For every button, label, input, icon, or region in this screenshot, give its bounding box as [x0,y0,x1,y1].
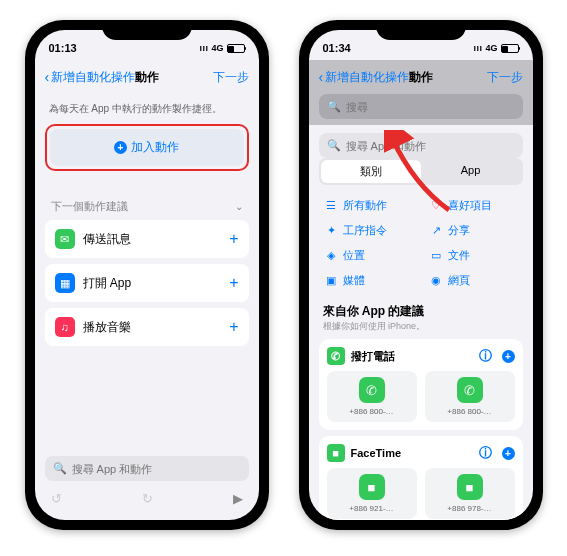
search-input[interactable] [72,463,241,475]
toolbar: ↺ ↻ ▶ [45,487,249,510]
category-item[interactable]: ☰所有動作 [325,195,412,216]
document-icon: ▭ [430,249,443,262]
play-icon[interactable]: ▶ [233,491,243,506]
suggestion-label: 播放音樂 [83,319,222,336]
battery-icon [227,44,245,53]
screen-right: 01:34 ııı 4G ‹ 新增自動化操作 動作 下一步 🔍 🔍 [309,30,533,520]
category-item[interactable]: ↗分享 [430,220,517,241]
category-grid: ☰所有動作 ♡喜好項目 ✦工序指令 ↗分享 ◈位置 ▭文件 ▣媒體 ◉網頁 [319,193,523,299]
contact-item[interactable]: ■ +886 978-… [425,468,515,519]
card-title: 撥打電話 [351,349,395,364]
search-icon: 🔍 [327,139,341,152]
phone-icon: ✆ [327,347,345,365]
card-header: ✆ 撥打電話 ⓘ + [327,347,515,365]
script-icon: ✦ [325,224,338,237]
contact-label: +886 921-… [349,504,393,513]
redo-icon[interactable]: ↻ [142,491,153,506]
recommendation-card: ■ FaceTime ⓘ + ■ +886 921-… ■ +886 978-… [319,436,523,520]
next-button[interactable]: 下一步 [213,69,249,86]
info-icon[interactable]: ⓘ [479,347,492,365]
category-item[interactable]: ▣媒體 [325,270,412,291]
phone-icon: ✆ [359,377,385,403]
heart-icon: ♡ [430,199,443,212]
card-title: FaceTime [351,447,402,459]
contact-row: ✆ +886 800-… ✆ +886 800-… [327,365,515,422]
network-label: 4G [211,43,223,53]
contact-label: +886 800-… [349,407,393,416]
media-icon: ▣ [325,274,338,287]
nav-bar: ‹ 新增自動化操作 動作 下一步 [309,60,533,94]
content-area: 為每天在 App 中執行的動作製作捷徑。 + 加入動作 下一個動作建議 ⌄ ✉ … [35,94,259,520]
info-icon[interactable]: ⓘ [479,444,492,462]
recommendations-subtitle: 根據你如何使用 iPhone。 [319,320,523,339]
suggestions-header[interactable]: 下一個動作建議 ⌄ [45,181,249,220]
back-button[interactable]: ‹ 新增自動化操作 [319,69,410,86]
facetime-icon: ■ [327,444,345,462]
suggestion-label: 打開 App [83,275,222,292]
bottom-section: 🔍 ↺ ↻ ▶ [45,450,249,510]
search-icon: 🔍 [53,462,67,475]
status-time: 01:34 [323,42,351,54]
suggestion-item[interactable]: ▦ 打開 App + [45,264,249,302]
phone-right: 01:34 ııı 4G ‹ 新增自動化操作 動作 下一步 🔍 🔍 [299,20,543,530]
facetime-icon: ■ [457,474,483,500]
suggestion-label: 傳送訊息 [83,231,222,248]
category-item[interactable]: ◈位置 [325,245,412,266]
search-bar[interactable]: 🔍 [45,456,249,481]
category-item[interactable]: ▭文件 [430,245,517,266]
add-action-label: 加入動作 [131,139,179,156]
status-time: 01:13 [49,42,77,54]
add-action-highlight: + 加入動作 [45,124,249,171]
add-icon[interactable]: + [229,318,238,336]
contact-item[interactable]: ✆ +886 800-… [425,371,515,422]
nav-search-bar[interactable]: 🔍 [319,94,523,119]
nav-search-input[interactable] [346,101,515,113]
segment-control[interactable]: 類別 App [319,158,523,185]
add-icon[interactable]: + [229,230,238,248]
chevron-left-icon: ‹ [319,69,324,85]
network-label: 4G [485,43,497,53]
contact-label: +886 978-… [447,504,491,513]
search-bar[interactable]: 🔍 [319,133,523,158]
back-label: 新增自動化操作 [325,69,409,86]
facetime-icon: ■ [359,474,385,500]
list-icon: ☰ [325,199,338,212]
segment-app[interactable]: App [421,160,521,183]
suggestion-item[interactable]: ♫ 播放音樂 + [45,308,249,346]
contact-label: +886 800-… [447,407,491,416]
back-label: 新增自動化操作 [51,69,135,86]
suggestion-item[interactable]: ✉ 傳送訊息 + [45,220,249,258]
search-input[interactable] [346,140,515,152]
status-right: ııı 4G [199,43,244,53]
suggestions-header-label: 下一個動作建議 [51,199,128,214]
add-icon[interactable]: + [502,447,515,460]
location-icon: ◈ [325,249,338,262]
category-item[interactable]: ✦工序指令 [325,220,412,241]
search-icon: 🔍 [327,100,341,113]
signal-icon: ııı [199,43,208,53]
next-button[interactable]: 下一步 [487,69,523,86]
content-area: 🔍 類別 App ☰所有動作 ♡喜好項目 ✦工序指令 ↗分享 ◈位置 ▭文件 ▣… [309,125,533,520]
back-button[interactable]: ‹ 新增自動化操作 [45,69,136,86]
category-item[interactable]: ◉網頁 [430,270,517,291]
undo-icon[interactable]: ↺ [51,491,62,506]
add-icon[interactable]: + [502,350,515,363]
status-right: ııı 4G [473,43,518,53]
chevron-down-icon: ⌄ [235,201,243,212]
category-item[interactable]: ♡喜好項目 [430,195,517,216]
contact-item[interactable]: ✆ +886 800-… [327,371,417,422]
notch [376,20,466,40]
recommendations-title: 來自你 App 的建議 [319,299,523,320]
add-action-button[interactable]: + 加入動作 [50,129,244,166]
chevron-left-icon: ‹ [45,69,50,85]
screen-left: 01:13 ııı 4G ‹ 新增自動化操作 動作 下一步 為每天在 App 中… [35,30,259,520]
contact-row: ■ +886 921-… ■ +886 978-… [327,462,515,519]
add-icon[interactable]: + [229,274,238,292]
description-text: 為每天在 App 中執行的動作製作捷徑。 [45,94,249,124]
app-icon: ▦ [55,273,75,293]
phone-left: 01:13 ııı 4G ‹ 新增自動化操作 動作 下一步 為每天在 App 中… [25,20,269,530]
contact-item[interactable]: ■ +886 921-… [327,468,417,519]
search-below-nav: 🔍 [309,94,533,125]
message-icon: ✉ [55,229,75,249]
segment-category[interactable]: 類別 [321,160,421,183]
